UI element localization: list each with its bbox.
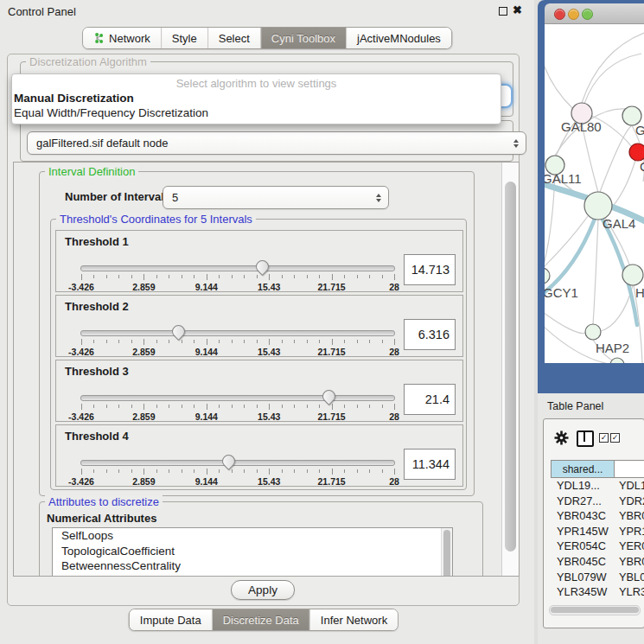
threshold-value-field[interactable]: 6.316 [404,319,456,350]
cell-name[interactable]: YDR2 [615,494,644,509]
cell-shared-name[interactable]: YBR045C [551,554,615,570]
slider-handle[interactable] [320,387,338,405]
cell-shared-name[interactable]: YPR145W [551,524,615,539]
cell-shared-name[interactable]: YDR27... [551,494,615,509]
cell-name[interactable]: YDL1 [615,478,644,494]
tab-style[interactable]: Style [161,28,207,48]
slider-ticks [81,274,394,281]
table-row[interactable]: YBL079WYBL0 [551,570,644,585]
table-row[interactable]: YER054CYER0 [551,539,644,554]
tick-mark [382,275,383,278]
threshold-slider[interactable]: -3.4262.8599.14415.4321.71528 [80,265,395,271]
attribute-list-item[interactable]: BetweennessCentrality [53,558,452,574]
attribute-list-item[interactable]: SelfLoops [53,528,452,544]
tick-mark [106,469,107,473]
minimize-light-icon[interactable] [568,9,579,20]
cell-shared-name[interactable]: YDL19... [551,478,615,494]
numerical-attributes-list[interactable]: SelfLoopsTopologicalCoefficientBetweenne… [52,527,453,577]
slider-handle[interactable] [220,452,238,470]
close-icon[interactable]: ✖ [513,3,522,16]
table-panel-area: Table Panel ✓ ✓ shared. [538,393,644,644]
table-row[interactable]: YBR043CYBR0 [551,508,644,524]
cell-name[interactable]: YBR0 [615,508,644,524]
cell-name[interactable]: YIL0 [615,600,644,603]
tab-infer-network[interactable]: Infer Network [309,609,398,630]
gear-icon[interactable] [554,430,569,445]
cell-name[interactable]: YBR0 [615,554,644,570]
network-node[interactable] [545,268,550,284]
slider-handle[interactable] [253,258,271,276]
threshold-value-field[interactable]: 21.4 [404,384,456,415]
threshold-value-field[interactable]: 14.713 [404,254,456,285]
threshold-slider[interactable]: -3.4262.8599.14415.4321.71528 [80,330,395,336]
table-row[interactable]: YPR145WYPR1 [551,524,644,539]
cell-shared-name[interactable]: YBL079W [551,570,615,585]
apply-button[interactable]: Apply [231,580,295,600]
tab-cyni-toolbox[interactable]: Cyni Toolbox [260,28,346,48]
tick-mark [357,275,358,278]
tab-select[interactable]: Select [207,28,260,48]
column-header-name[interactable]: n [615,460,644,478]
cell-name[interactable]: YLR3 [615,584,644,600]
table-data-combobox[interactable]: galFiltered.sif default node [27,131,526,155]
network-canvas[interactable]: GAL80GACGAL11GAL4GCY1HHAP2 [545,24,644,363]
network-node[interactable] [585,324,601,340]
tab-jactivemnodules[interactable]: jActiveMNodules [346,28,451,48]
float-window-icon[interactable] [499,7,507,16]
cell-name[interactable]: YBL0 [615,570,644,585]
tab-impute-data[interactable]: Impute Data [130,609,212,630]
tick-mark [131,275,132,278]
table-row[interactable]: YLR345WYLR3 [551,584,644,600]
cell-name[interactable]: YPR1 [615,524,644,539]
tick-mark [269,404,270,410]
threshold-value-field[interactable]: 11.344 [404,449,456,480]
checkbox-icon[interactable]: ✓ [599,433,609,443]
scrollbar-thumb[interactable] [505,182,516,552]
threshold-label: Threshold 1 [65,235,129,248]
split-columns-icon[interactable] [577,430,594,447]
network-edge[interactable] [582,124,598,193]
table-row[interactable]: YBR045CYBR0 [551,554,644,570]
network-edge[interactable] [593,220,598,324]
zoom-light-icon[interactable] [582,9,593,20]
tick-mark [81,469,82,475]
table-horizontal-scrollbar[interactable] [549,605,641,615]
table-row[interactable]: YDL19...YDL1 [551,478,644,494]
threshold-slider[interactable]: -3.4262.8599.14415.4321.71528 [80,460,395,466]
tick-mark [182,340,182,343]
network-edge[interactable] [545,57,573,109]
network-edge[interactable] [600,285,633,331]
network-edge[interactable] [612,161,635,207]
table-row[interactable]: YIL052CYIL0 [551,600,644,603]
list-scrollbar[interactable] [441,528,452,577]
table-row[interactable]: YDR27...YDR2 [551,494,644,509]
cell-shared-name[interactable]: YBR043C [551,508,615,524]
dropdown-option-equal-width-frequency[interactable]: Equal Width/Frequency Discretization [14,106,208,119]
network-edge[interactable] [545,309,586,334]
tab-discretize-data[interactable]: Discretize Data [212,609,309,630]
cell-shared-name[interactable]: YIL052C [551,600,615,603]
network-edge[interactable] [582,33,644,103]
tick-mark [282,469,283,473]
network-node[interactable] [629,143,644,161]
dropdown-option-manual-discretization[interactable]: Manual Discretization [14,92,134,105]
table-panel-title: Table Panel [547,400,603,412]
tick-label: 21.715 [318,476,346,487]
attribute-list-item[interactable]: TopologicalCoefficient [53,544,452,559]
tab-network[interactable]: Network [83,28,161,48]
tick-label: 9.144 [195,347,218,357]
threshold-slider[interactable]: -3.4262.8599.14415.4321.71528 [80,395,395,401]
close-light-icon[interactable] [554,9,565,20]
cell-shared-name[interactable]: YLR345W [551,584,615,600]
cell-shared-name[interactable]: YER054C [551,539,615,554]
slider-handle[interactable] [169,322,188,341]
network-node[interactable] [610,358,624,363]
checkbox-icon[interactable]: ✓ [610,433,620,443]
tick-mark [143,404,144,410]
tick-mark [182,469,182,473]
settings-vertical-scrollbar[interactable] [501,163,519,576]
column-header-shared[interactable]: shared... [551,460,615,478]
number-of-intervals-spinner[interactable]: 5 [163,186,389,209]
network-node[interactable] [622,265,643,285]
cell-name[interactable]: YER0 [615,539,644,554]
